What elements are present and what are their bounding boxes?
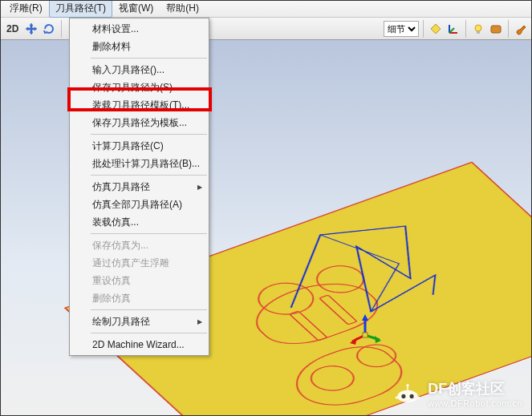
menu-divider [91, 58, 207, 59]
menu-divider [91, 134, 207, 135]
detail-select[interactable]: 细节 [384, 21, 419, 37]
svg-point-13 [397, 390, 418, 402]
svg-point-3 [475, 25, 481, 31]
menu-divider [91, 175, 207, 176]
watermark-title: DF创客社区 [428, 381, 505, 397]
menu-item-import-toolpath[interactable]: 输入刀具路径()... [70, 61, 209, 79]
menu-toolpath[interactable]: 刀具路径(T) [49, 0, 112, 18]
menu-item-reset-sim: 重设仿真 [70, 272, 209, 289]
menu-item-material-setup[interactable]: 材料设置... [70, 20, 209, 38]
robot-icon [394, 384, 421, 403]
svg-point-15 [410, 394, 414, 398]
menu-item-calc-toolpath[interactable]: 计算刀具路径(C) [70, 137, 209, 155]
menu-divider [91, 233, 207, 234]
watermark: DF创客社区 www.DFRobot.com.cn [394, 379, 522, 408]
menu-item-batch-calc[interactable]: 批处理计算刀具路径(B)... [70, 155, 209, 172]
menu-item-load-sim[interactable]: 装载仿真... [70, 213, 209, 231]
pan-icon[interactable] [23, 21, 39, 37]
svg-point-17 [406, 384, 408, 386]
rotate-icon[interactable] [41, 21, 57, 37]
mode-2d-label[interactable]: 2D [3, 23, 22, 34]
axes-icon[interactable] [445, 21, 461, 37]
menu-help[interactable]: 帮助(H) [160, 0, 205, 18]
menu-item-delete-material[interactable]: 删除材料 [70, 38, 209, 55]
menu-item-sim-all[interactable]: 仿真全部刀具路径(A) [70, 196, 209, 213]
menu-item-machine-wizard[interactable]: 2D Machine Wizard... [70, 336, 209, 353]
toolpath-dropdown: 材料设置...删除材料输入刀具路径()...保存刀具路径为(S)...装载刀具路… [69, 18, 209, 356]
menu-item-delete-sim: 删除仿真 [70, 289, 209, 307]
menu-divider [91, 309, 207, 310]
menu-item-save-template[interactable]: 保存刀具路径为模板... [70, 114, 209, 131]
menu-relief[interactable]: 浮雕(R) [3, 0, 49, 18]
menu-item-gen-relief: 通过仿真产生浮雕 [70, 254, 209, 272]
menu-item-load-template[interactable]: 装载刀具路径模板(T)... [70, 96, 209, 114]
menu-divider [91, 333, 207, 333]
menu-item-save-toolpath-as[interactable]: 保存刀具路径为(S)... [70, 79, 209, 96]
menu-item-plot-toolpath[interactable]: 绘制刀具路径 [70, 313, 209, 330]
material-icon[interactable] [488, 21, 504, 37]
brush-icon[interactable] [513, 21, 529, 37]
menu-item-save-sim-as: 保存仿真为... [70, 236, 209, 254]
menu-bar: 浮雕(R) 刀具路径(T) 视窗(W) 帮助(H) [0, 0, 532, 18]
watermark-url: www.DFRobot.com.cn [428, 398, 522, 408]
svg-rect-5 [491, 26, 501, 33]
svg-point-18 [396, 396, 398, 398]
svg-point-14 [402, 394, 406, 398]
bulb-icon[interactable] [470, 21, 486, 37]
svg-rect-4 [477, 31, 480, 34]
menu-item-sim-toolpath[interactable]: 仿真刀具路径 [70, 178, 209, 196]
menu-window[interactable]: 视窗(W) [112, 0, 160, 18]
svg-point-19 [417, 396, 420, 398]
diamond-icon[interactable] [428, 21, 444, 37]
